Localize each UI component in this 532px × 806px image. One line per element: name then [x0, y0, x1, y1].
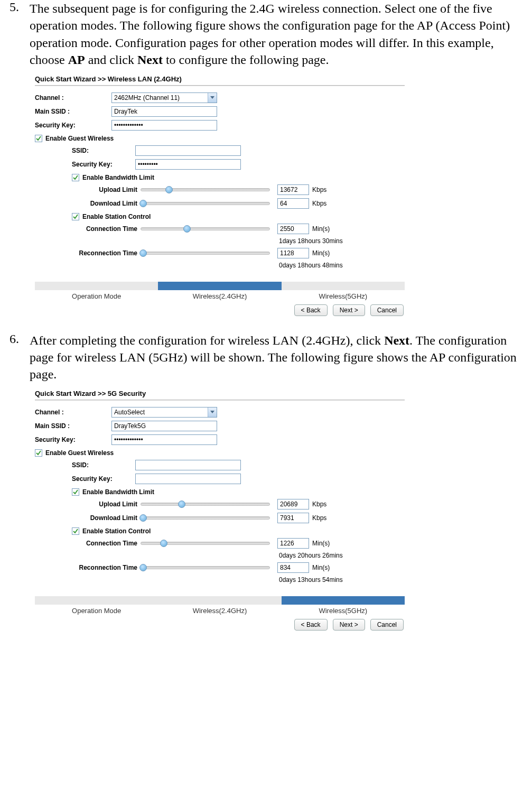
channel-select[interactable]: AutoSelect — [111, 407, 217, 418]
security-key-label: Security Key: — [35, 122, 111, 129]
main-ssid-input[interactable] — [111, 421, 217, 431]
enable-guest-checkbox[interactable] — [35, 449, 42, 457]
kbps-unit: Kbps — [312, 200, 326, 207]
main-ssid-label: Main SSID : — [35, 422, 111, 430]
kbps-unit: Kbps — [312, 501, 326, 508]
steps-bar — [35, 596, 405, 605]
guest-ssid-input[interactable] — [135, 145, 241, 156]
channel-label: Channel : — [35, 409, 111, 416]
enable-bw-checkbox[interactable] — [72, 174, 79, 181]
back-button[interactable]: < Back — [294, 304, 328, 316]
slider-thumb[interactable] — [139, 564, 147, 571]
slider-track — [141, 252, 270, 255]
enable-station-label: Enable Station Control — [82, 527, 151, 535]
guest-security-input[interactable] — [135, 159, 241, 170]
slider-thumb[interactable] — [139, 249, 147, 257]
slider-thumb[interactable] — [178, 501, 185, 508]
conn-time-hint: 1days 18hours 30mins — [279, 237, 410, 245]
enable-guest-checkbox[interactable] — [35, 135, 42, 142]
reconn-time-input[interactable] — [277, 248, 309, 258]
cancel-button[interactable]: Cancel — [370, 304, 404, 316]
slider-thumb[interactable] — [139, 200, 147, 207]
slider-thumb[interactable] — [165, 186, 173, 193]
reconn-time-slider[interactable] — [141, 563, 270, 572]
upload-label: Upload Limit — [64, 186, 141, 193]
enable-station-checkbox[interactable] — [72, 213, 79, 220]
download-value-input[interactable] — [277, 513, 309, 523]
reconn-time-label: Reconnection Time — [64, 249, 141, 257]
conn-time-input[interactable] — [277, 224, 309, 234]
step-seg-3 — [282, 596, 405, 605]
guest-security-label: Security Key: — [72, 161, 135, 168]
upload-slider[interactable] — [141, 500, 270, 508]
panel-title: Quick Start Wizard >> 5G Security — [30, 386, 410, 400]
step-5-number: 5. — [5, 0, 30, 69]
next-button[interactable]: Next > — [333, 304, 365, 316]
guest-security-input[interactable] — [135, 474, 241, 484]
main-ssid-label: Main SSID : — [35, 108, 111, 115]
upload-value-input[interactable] — [277, 184, 309, 195]
kbps-unit: Kbps — [312, 514, 326, 522]
conn-time-slider[interactable] — [141, 225, 270, 233]
divider — [35, 400, 405, 401]
reconn-time-label: Reconnection Time — [64, 564, 141, 571]
download-limit-row: Download Limit Kbps — [30, 198, 410, 209]
mins-unit: Min(s) — [312, 540, 330, 547]
svg-marker-0 — [210, 96, 214, 99]
enable-bw-checkbox[interactable] — [72, 488, 79, 496]
channel-row: Channel : AutoSelect — [35, 407, 410, 418]
guest-ssid-label: SSID: — [72, 147, 135, 154]
enable-guest-row: Enable Guest Wireless — [35, 135, 410, 142]
back-button[interactable]: < Back — [294, 619, 328, 631]
cancel-button[interactable]: Cancel — [370, 619, 404, 631]
guest-ssid-row: SSID: — [35, 460, 410, 470]
reconn-time-hint: 0days 13hours 54mins — [279, 576, 410, 583]
step-seg-2 — [158, 282, 281, 290]
download-slider[interactable] — [141, 514, 270, 522]
download-label: Download Limit — [64, 200, 141, 207]
slider-track — [141, 188, 270, 191]
conn-time-label: Connection Time — [64, 225, 141, 233]
connection-time-row: Connection Time Min(s) — [30, 538, 410, 549]
security-key-input[interactable] — [111, 120, 217, 131]
conn-time-slider[interactable] — [141, 539, 270, 548]
step-seg-1 — [35, 596, 158, 605]
download-slider[interactable] — [141, 199, 270, 208]
download-value-input[interactable] — [277, 198, 309, 209]
conn-time-input[interactable] — [277, 538, 309, 549]
reconn-time-slider[interactable] — [141, 249, 270, 257]
enable-station-checkbox[interactable] — [72, 527, 79, 535]
upload-value-input[interactable] — [277, 499, 309, 509]
enable-station-label: Enable Station Control — [82, 213, 151, 220]
slider-thumb[interactable] — [183, 225, 191, 233]
enable-station-row: Enable Station Control — [72, 527, 410, 535]
slider-track — [141, 227, 270, 230]
channel-select[interactable]: 2462MHz (Channel 11) — [111, 92, 217, 103]
channel-value: 2462MHz (Channel 11) — [114, 94, 180, 101]
security-key-row: Security Key: — [35, 120, 410, 131]
next-button[interactable]: Next > — [333, 619, 365, 631]
kbps-unit: Kbps — [312, 186, 326, 193]
step-5-text: The subsequent page is for configuring t… — [30, 0, 527, 69]
step-label-op-mode: Operation Mode — [35, 607, 158, 615]
step-seg-3 — [282, 282, 405, 290]
channel-label: Channel : — [35, 94, 111, 101]
step-5: 5. The subsequent page is for configurin… — [5, 0, 527, 69]
mins-unit: Min(s) — [312, 249, 330, 257]
main-ssid-input[interactable] — [111, 106, 217, 117]
channel-value: AutoSelect — [114, 409, 145, 416]
guest-ssid-row: SSID: — [35, 145, 410, 156]
enable-guest-row: Enable Guest Wireless — [35, 449, 410, 457]
security-key-input[interactable] — [111, 434, 217, 445]
step6-text-part-a: After completing the configuration for w… — [30, 333, 384, 347]
security-key-label: Security Key: — [35, 436, 111, 443]
slider-thumb[interactable] — [139, 514, 147, 522]
upload-slider[interactable] — [141, 186, 270, 194]
reconn-time-input[interactable] — [277, 562, 309, 573]
upload-limit-row: Upload Limit Kbps — [30, 499, 410, 509]
slider-thumb[interactable] — [160, 540, 167, 547]
slider-track — [141, 566, 270, 569]
button-row: < Back Next > Cancel — [30, 304, 404, 316]
guest-ssid-label: SSID: — [72, 461, 135, 469]
guest-ssid-input[interactable] — [135, 460, 241, 470]
